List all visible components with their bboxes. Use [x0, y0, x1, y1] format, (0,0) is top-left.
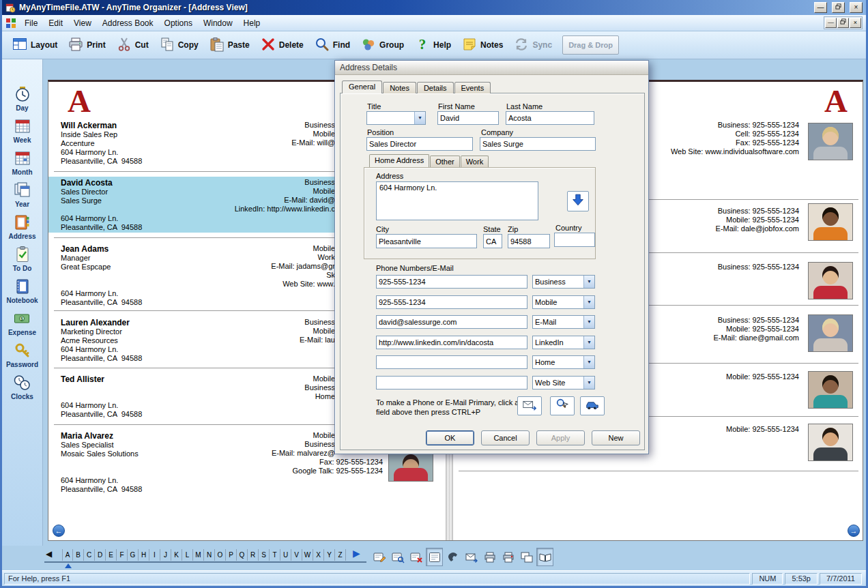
chevron-down-icon[interactable]: ▼ [583, 356, 594, 368]
contact-entry[interactable]: Business: 925-555-1234 Mobile: 925-555-1… [716, 207, 799, 233]
tab-other-address[interactable]: Other [430, 156, 460, 167]
phone-type-select-4[interactable]: LinkedIn▼ [532, 336, 595, 349]
zip-input[interactable] [508, 234, 550, 248]
letter-tab[interactable]: Q [237, 549, 248, 561]
letter-tab[interactable]: W [302, 549, 313, 561]
scroll-letters-right-button[interactable]: ▶ [353, 548, 360, 559]
copy-card-icon[interactable] [518, 548, 535, 566]
phone-input-1[interactable] [376, 275, 527, 289]
find-card-icon[interactable] [389, 548, 406, 566]
chevron-down-icon[interactable]: ▼ [583, 377, 594, 389]
letter-tab[interactable]: D [95, 549, 106, 561]
drag-drop-button[interactable]: Drag & Drop [562, 35, 619, 55]
letter-tab[interactable]: X [313, 549, 324, 561]
chevron-down-icon[interactable]: ▼ [583, 316, 594, 328]
delete-button[interactable]: Delete [260, 36, 304, 55]
tab-events[interactable]: Events [454, 82, 491, 93]
map-car-button[interactable] [580, 396, 605, 415]
chevron-down-icon[interactable]: ▼ [583, 276, 594, 288]
phone-input-5[interactable] [376, 355, 527, 369]
menu-edit[interactable]: Edit [43, 16, 68, 30]
paste-button[interactable]: Paste [209, 36, 250, 55]
contact-entry[interactable]: Business: 925-555-1234 [718, 263, 799, 271]
letter-tab[interactable]: S [259, 549, 270, 561]
letter-tab[interactable]: J [160, 549, 171, 561]
state-input[interactable] [483, 234, 502, 248]
contact-entry[interactable]: Jean Adams Manager Great Espcape 604 Har… [61, 244, 142, 307]
sidebar-item-year[interactable]: Year [14, 181, 31, 207]
sidebar-item-day[interactable]: Day [14, 85, 31, 111]
minimize-button[interactable]: — [814, 2, 827, 13]
contact-entry[interactable]: Will Ackerman Inside Sales Rep Accenture… [61, 121, 142, 166]
book-view-icon[interactable] [536, 548, 553, 566]
phone-input-6[interactable] [376, 376, 527, 389]
letter-tab[interactable]: O [215, 549, 226, 561]
contact-entry[interactable]: Mobile: 925-555-1234 [726, 425, 799, 434]
chevron-down-icon[interactable]: ▼ [583, 336, 594, 349]
address-textarea[interactable]: 604 Harmony Ln. [376, 181, 538, 220]
help-button[interactable]: ?Help [414, 36, 451, 55]
delete-card-icon[interactable] [407, 548, 424, 566]
title-select[interactable]: ▼ [366, 111, 426, 125]
letter-tab[interactable]: B [73, 549, 84, 561]
print-button[interactable]: Print [68, 36, 105, 55]
tab-general[interactable]: General [342, 80, 382, 93]
phone-type-select-6[interactable]: Web Site▼ [532, 376, 595, 389]
letter-tab[interactable]: T [270, 549, 280, 561]
tab-work-address[interactable]: Work [461, 156, 489, 167]
apply-button[interactable]: Apply [536, 430, 585, 445]
letter-tab[interactable]: M [193, 549, 204, 561]
mdi-minimize-button[interactable]: — [825, 18, 837, 28]
tab-notes[interactable]: Notes [383, 82, 416, 93]
letter-tab[interactable]: P [226, 549, 237, 561]
notes-button[interactable]: Notes [461, 36, 503, 55]
card-view-icon[interactable] [426, 548, 443, 566]
company-input[interactable] [480, 137, 596, 151]
find-button[interactable]: Find [314, 36, 350, 55]
letter-tab[interactable]: I [149, 549, 160, 561]
menu-help[interactable]: Help [238, 16, 266, 30]
contact-entry[interactable]: Lauren Alexander Marketing Director Acme… [61, 318, 142, 363]
phone-type-select-1[interactable]: Business▼ [532, 275, 595, 289]
phone-input-4[interactable] [376, 336, 527, 349]
letter-tab[interactable]: G [128, 549, 139, 561]
letter-tab[interactable]: F [117, 549, 128, 561]
first-name-input[interactable] [437, 111, 499, 125]
sidebar-item-week[interactable]: Week [14, 117, 31, 143]
mdi-restore-button[interactable] [837, 18, 849, 28]
phone-type-select-2[interactable]: Mobile▼ [532, 295, 595, 309]
ok-button[interactable]: OK [426, 430, 474, 445]
position-input[interactable] [366, 137, 473, 151]
contact-entry[interactable]: Business: 925-555-1234 Mobile: 925-555-1… [714, 316, 800, 342]
letter-tab[interactable]: V [291, 549, 302, 561]
country-input[interactable] [554, 233, 595, 247]
page-back-button[interactable]: ← [53, 525, 65, 537]
letter-tab[interactable]: C [84, 549, 95, 561]
phone-input-2[interactable] [376, 295, 527, 309]
group-button[interactable]: Group [360, 36, 404, 55]
chevron-down-icon[interactable]: ▼ [414, 112, 425, 124]
sidebar-item-month[interactable]: Month [12, 149, 33, 175]
sync-button[interactable]: Sync [513, 36, 552, 55]
mdi-close-button[interactable]: × [850, 18, 861, 28]
fax-icon[interactable] [500, 548, 517, 566]
tab-details[interactable]: Details [417, 82, 454, 93]
menu-options[interactable]: Options [159, 16, 198, 30]
sidebar-item-todo[interactable]: To Do [13, 246, 32, 271]
menu-file[interactable]: File [19, 16, 43, 30]
print-icon[interactable] [481, 548, 498, 566]
letter-tab[interactable]: L [182, 549, 193, 561]
letter-tab[interactable]: A [62, 549, 73, 561]
new-card-icon[interactable] [371, 548, 388, 566]
phone-type-select-5[interactable]: Home▼ [532, 355, 595, 369]
layout-button[interactable]: Layout [12, 36, 57, 55]
tab-home-address[interactable]: Home Address [369, 154, 429, 167]
sidebar-item-password[interactable]: Password [6, 342, 38, 368]
dial-phone-icon[interactable] [444, 548, 461, 566]
letter-tab[interactable]: Z [335, 549, 346, 561]
scroll-letters-left-button[interactable]: ◀ [46, 549, 52, 559]
letter-tab[interactable]: Y [324, 549, 335, 561]
new-button[interactable]: New [592, 430, 640, 445]
find-contact-button[interactable] [550, 396, 575, 415]
cut-button[interactable]: Cut [116, 36, 149, 55]
